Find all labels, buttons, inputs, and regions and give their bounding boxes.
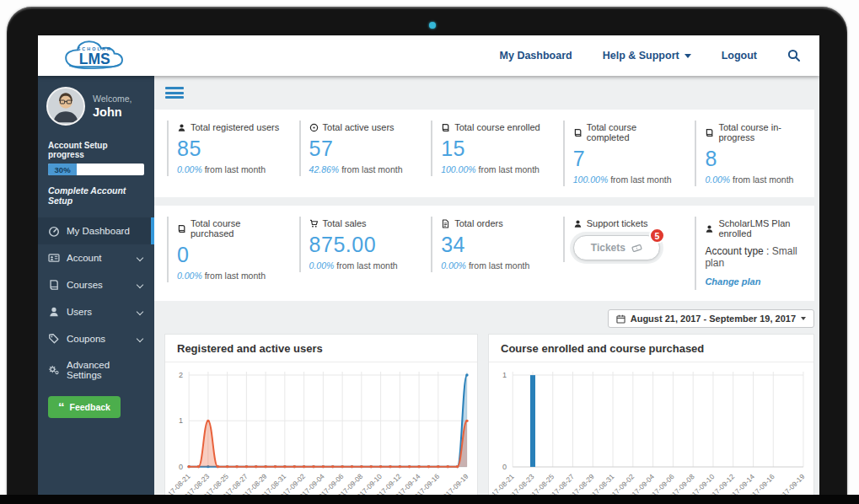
chevron-down-icon bbox=[137, 335, 143, 342]
chevron-down-icon bbox=[137, 281, 143, 288]
stat-percent: 0.00% bbox=[705, 174, 730, 185]
stat-label: Total course purchased bbox=[191, 218, 283, 239]
sidebar-item-label: Users bbox=[67, 307, 92, 317]
stat-period: from last month bbox=[610, 174, 671, 185]
avatar-photo bbox=[48, 88, 83, 124]
date-range-picker[interactable]: August 21, 2017 - September 19, 2017 bbox=[608, 309, 814, 328]
stat-value: 8 bbox=[705, 147, 811, 171]
chart-title: Registered and active users bbox=[165, 335, 477, 362]
user-icon bbox=[177, 123, 186, 132]
top-navigation: My Dashboard Help & Support Logout bbox=[500, 49, 819, 62]
nav-help-support-label: Help & Support bbox=[603, 50, 679, 62]
cart-icon bbox=[309, 219, 319, 228]
sidebar-item-courses[interactable]: Courses bbox=[38, 271, 154, 298]
stat-label: Total course completed bbox=[587, 122, 679, 142]
device-frame: SCHOLAR LMS My Dashboard Help & Support … bbox=[7, 7, 847, 504]
stat-period: from last month bbox=[205, 271, 266, 281]
stat-value: 0 bbox=[177, 243, 283, 267]
feedback-label: Feedback bbox=[70, 402, 110, 412]
stat-total-sales: Total sales 875.00 0.00% from last month bbox=[287, 217, 419, 290]
stat-percent: 0.00% bbox=[441, 260, 466, 271]
complete-account-setup-link[interactable]: Complete Account Setup bbox=[38, 179, 154, 214]
sidebar-item-coupons[interactable]: Coupons bbox=[38, 325, 154, 352]
stat-label: Total registered users bbox=[191, 122, 279, 132]
nav-my-dashboard[interactable]: My Dashboard bbox=[500, 50, 572, 62]
sidebar-item-account[interactable]: Account bbox=[38, 244, 154, 271]
stat-label: Total course in-progress bbox=[718, 122, 811, 142]
progress-label: Account Setup progress bbox=[48, 141, 144, 159]
progress-bar: 30% bbox=[48, 164, 144, 175]
welcome-text: Welcome, bbox=[93, 94, 132, 104]
avatar bbox=[46, 87, 85, 126]
stat-total-active-users: Total active users 57 42.86% from last m… bbox=[287, 121, 419, 186]
book-icon bbox=[177, 224, 186, 233]
stat-plan-enrolled: ScholarLMS Plan enrolled Account type : … bbox=[682, 217, 814, 290]
quote-icon: “ bbox=[58, 404, 65, 410]
stat-value: 57 bbox=[309, 137, 416, 161]
svg-text:0: 0 bbox=[179, 463, 183, 471]
sidebar-item-advanced-settings[interactable]: Advanced Settings bbox=[38, 352, 154, 388]
page-background: SCHOLAR LMS My Dashboard Help & Support … bbox=[0, 0, 859, 504]
stat-percent: 0.00% bbox=[177, 271, 202, 281]
book-icon bbox=[441, 123, 450, 132]
change-plan-link[interactable]: Change plan bbox=[705, 276, 760, 287]
stat-total-course-enrolled: Total course enrolled 15 100.00% from la… bbox=[418, 121, 550, 186]
svg-text:2: 2 bbox=[179, 371, 183, 379]
stat-total-course-in-progress: Total course in-progress 8 0.00% from la… bbox=[682, 121, 814, 186]
hamburger-menu-icon[interactable] bbox=[165, 85, 184, 101]
main-toolbar bbox=[154, 76, 819, 110]
stat-label: Total orders bbox=[454, 218, 502, 228]
cloud-logo-icon: SCHOLAR LMS bbox=[54, 38, 138, 73]
stat-period: from last month bbox=[733, 174, 793, 185]
stat-total-course-purchased: Total course purchased 0 0.00% from last… bbox=[154, 217, 287, 290]
svg-text:LMS: LMS bbox=[79, 51, 110, 67]
profile-section: Welcome, John bbox=[38, 76, 154, 134]
sidebar-item-users[interactable]: Users bbox=[38, 298, 154, 325]
stat-period: from last month bbox=[341, 164, 402, 174]
sidebar: Welcome, John Account Setup progress 30%… bbox=[38, 76, 154, 497]
stat-period: from last month bbox=[205, 164, 266, 174]
gears-icon bbox=[48, 364, 60, 376]
scholar-lms-logo[interactable]: SCHOLAR LMS bbox=[38, 38, 154, 73]
user-name: John bbox=[93, 105, 132, 119]
course-enrolled-purchased-chart: 2017-08-212017-08-232017-08-252017-08-27… bbox=[492, 365, 810, 497]
sidebar-item-label: Advanced Settings bbox=[67, 360, 146, 380]
stats-panel-row1: Total registered users 85 0.00% from las… bbox=[154, 110, 814, 197]
tickets-button[interactable]: Tickets bbox=[573, 235, 660, 260]
stat-percent: 100.00% bbox=[573, 174, 608, 185]
sidebar-item-my-dashboard[interactable]: My Dashboard bbox=[38, 217, 154, 244]
nav-logout[interactable]: Logout bbox=[722, 50, 757, 62]
account-setup-progress: Account Setup progress 30% bbox=[38, 134, 154, 179]
svg-text:2017-09-19: 2017-09-19 bbox=[775, 472, 807, 497]
caret-down-icon bbox=[801, 317, 806, 320]
main-content: Total registered users 85 0.00% from las… bbox=[154, 76, 819, 497]
stat-percent: 0.00% bbox=[309, 260, 335, 271]
progress-fill: 30% bbox=[48, 164, 77, 175]
sidebar-menu: My Dashboard Account bbox=[38, 217, 154, 388]
book-icon bbox=[573, 128, 583, 137]
clock-icon bbox=[309, 123, 319, 132]
nav-help-support[interactable]: Help & Support bbox=[603, 50, 691, 62]
chevron-down-icon bbox=[685, 54, 691, 58]
file-icon bbox=[441, 219, 450, 228]
search-icon[interactable] bbox=[787, 49, 801, 62]
screen: SCHOLAR LMS My Dashboard Help & Support … bbox=[38, 35, 819, 497]
profile-text: Welcome, John bbox=[93, 94, 132, 119]
svg-text:0: 0 bbox=[502, 463, 507, 471]
date-filter-row: August 21, 2017 - September 19, 2017 bbox=[154, 309, 814, 328]
stat-support-tickets: Support tickets Tickets 5 bbox=[550, 217, 683, 290]
feedback-button[interactable]: “ Feedback bbox=[48, 396, 121, 418]
stat-percent: 0.00% bbox=[177, 164, 202, 174]
svg-text:2017-09-19: 2017-09-19 bbox=[438, 472, 470, 497]
stat-label: Total sales bbox=[323, 218, 367, 228]
top-bar: SCHOLAR LMS My Dashboard Help & Support … bbox=[38, 35, 819, 76]
ticket-icon bbox=[631, 244, 642, 253]
chevron-down-icon bbox=[137, 308, 143, 315]
sidebar-item-label: Account bbox=[67, 253, 102, 263]
stat-value: 15 bbox=[441, 137, 547, 161]
stat-value: 34 bbox=[441, 233, 547, 257]
stat-total-orders: Total orders 34 0.00% from last month bbox=[418, 217, 550, 290]
stat-period: from last month bbox=[479, 164, 540, 174]
stat-label: ScholarLMS Plan enrolled bbox=[718, 218, 811, 239]
stat-value: 875.00 bbox=[309, 233, 416, 257]
